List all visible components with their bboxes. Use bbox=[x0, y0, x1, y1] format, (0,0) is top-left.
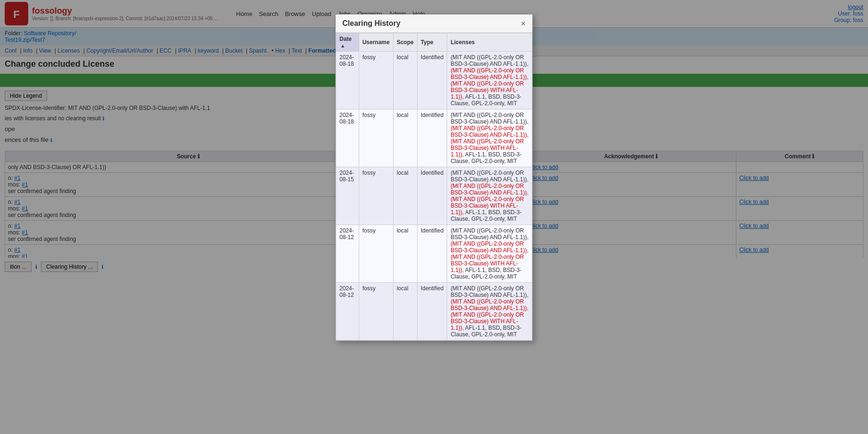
row-licenses: (MIT AND ((GPL-2.0-only OR BSD-3-Clause)… bbox=[447, 225, 532, 276]
col-scope: Scope bbox=[393, 33, 417, 52]
col-licenses: Licenses bbox=[447, 33, 532, 52]
col-date: Date ▲ bbox=[336, 33, 359, 52]
row-date: 2024-08-18 bbox=[336, 109, 359, 167]
row-licenses: (MIT AND ((GPL-2.0-only OR BSD-3-Clause)… bbox=[447, 52, 532, 109]
clearing-history-row: 2024-08-18fossylocalIdentified(MIT AND (… bbox=[336, 52, 532, 109]
row-username: fossy bbox=[359, 109, 393, 167]
modal-overlay: Clearing History × Date ▲ Username Scope… bbox=[0, 0, 868, 276]
modal-header: Clearing History × bbox=[336, 15, 532, 33]
row-scope: local bbox=[393, 52, 417, 109]
col-type: Type bbox=[417, 33, 447, 52]
row-scope: local bbox=[393, 167, 417, 225]
row-date: 2024-08-18 bbox=[336, 52, 359, 109]
row-date: 2024-08-12 bbox=[336, 225, 359, 276]
modal-body: Date ▲ Username Scope Type Licenses 2024… bbox=[336, 33, 532, 276]
row-type: Identified bbox=[417, 225, 447, 276]
row-scope: local bbox=[393, 225, 417, 276]
row-licenses: (MIT AND ((GPL-2.0-only OR BSD-3-Clause)… bbox=[447, 109, 532, 167]
row-date: 2024-08-15 bbox=[336, 167, 359, 225]
row-type: Identified bbox=[417, 109, 447, 167]
modal-close-button[interactable]: × bbox=[521, 19, 526, 28]
row-type: Identified bbox=[417, 52, 447, 109]
clearing-history-row: 2024-08-18fossylocalIdentified(MIT AND (… bbox=[336, 109, 532, 167]
row-username: fossy bbox=[359, 167, 393, 225]
row-username: fossy bbox=[359, 225, 393, 276]
clearing-history-row: 2024-08-15fossylocalIdentified(MIT AND (… bbox=[336, 167, 532, 225]
row-username: fossy bbox=[359, 52, 393, 109]
row-licenses: (MIT AND ((GPL-2.0-only OR BSD-3-Clause)… bbox=[447, 167, 532, 225]
row-scope: local bbox=[393, 109, 417, 167]
modal-title: Clearing History bbox=[342, 19, 401, 28]
col-username: Username bbox=[359, 33, 393, 52]
clearing-history-row: 2024-08-12fossylocalIdentified(MIT AND (… bbox=[336, 225, 532, 276]
clearing-history-table: Date ▲ Username Scope Type Licenses 2024… bbox=[336, 33, 532, 276]
clearing-history-modal: Clearing History × Date ▲ Username Scope… bbox=[335, 14, 533, 276]
row-type: Identified bbox=[417, 167, 447, 225]
